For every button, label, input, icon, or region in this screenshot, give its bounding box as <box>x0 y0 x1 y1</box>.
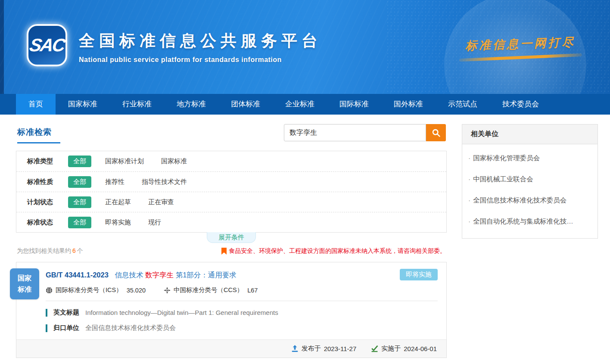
standard-title-link[interactable]: GB/T 43441.1-2023 信息技术 数字孪生 第1部分：通用要求 <box>46 271 438 280</box>
filter-option[interactable]: 国家标准 <box>161 157 187 165</box>
related-unit-link[interactable]: ·国家标准化管理委员会 <box>462 148 598 169</box>
compass-icon <box>164 287 171 294</box>
filter-row: 标准性质 全部 推荐性指导性技术文件 <box>16 171 446 192</box>
check-icon <box>371 345 378 352</box>
globe-icon <box>46 287 53 294</box>
results-meta-row: 为您找到相关结果约6个 食品安全、环境保护、工程建设方面的国家标准未纳入本系统，… <box>16 247 447 255</box>
site-title-chinese: 全国标准信息公共服务平台 <box>79 30 322 52</box>
search-input[interactable] <box>284 124 426 141</box>
bullet: · <box>468 154 470 162</box>
card-footer: 发布于 2023-11-27 实施于 2024-06-01 <box>16 339 446 358</box>
nav-item-技术委员会[interactable]: 技术委员会 <box>490 94 551 115</box>
publish-date-item: 发布于 2023-11-27 <box>291 345 357 353</box>
info-row: 英文标题 Information technology—Digital twin… <box>46 308 438 317</box>
info-row: 归口单位 全国信息技术标准化技术委员会 <box>46 324 438 332</box>
filter-option[interactable]: 现行 <box>148 218 161 227</box>
main-nav: 首页国家标准行业标准地方标准团体标准企业标准国际标准国外标准示范试点技术委员会 <box>0 94 610 115</box>
filter-all-button[interactable]: 全部 <box>68 217 91 228</box>
filter-option[interactable]: 正在起草 <box>105 198 131 206</box>
bullet: · <box>468 175 470 183</box>
filter-option[interactable]: 国家标准计划 <box>105 157 144 165</box>
site-banner: SAC 全国标准信息公共服务平台 National public service… <box>0 0 610 94</box>
left-column: 标准检索 标准类型 全部 国家标准计划国家标准 标准性质 全部 <box>16 124 447 358</box>
ics-label: 国际标准分类号（ICS） <box>56 286 122 294</box>
related-units-title: 相关单位 <box>462 124 598 144</box>
nav-item-国外标准[interactable]: 国外标准 <box>381 94 436 115</box>
nav-item-行业标准[interactable]: 行业标准 <box>110 94 164 115</box>
filter-label: 标准类型 <box>27 157 68 165</box>
filter-option[interactable]: 正在审查 <box>148 198 174 206</box>
implement-date: 2024-06-01 <box>404 345 437 352</box>
filter-label: 标准性质 <box>27 178 68 186</box>
publish-date: 2023-11-27 <box>324 345 357 352</box>
search-section: 标准检索 <box>16 124 447 151</box>
page-title: 标准检索 <box>17 127 52 138</box>
status-badge: 即将实施 <box>400 269 438 280</box>
site-title-english: National public service platform for sta… <box>79 56 322 64</box>
ccs-value: L67 <box>247 287 258 294</box>
slogan-text: 标准信息一网打尽 <box>455 34 585 54</box>
sac-logo-text: SAC <box>28 35 66 56</box>
search-box <box>284 124 446 141</box>
filter-row: 标准类型 全部 国家标准计划国家标准 <box>16 151 446 171</box>
filter-option[interactable]: 推荐性 <box>105 178 124 186</box>
banner-slogan: 标准信息一网打尽 <box>456 36 585 59</box>
card-head: GB/T 43441.1-2023 信息技术 数字孪生 第1部分：通用要求 即将… <box>16 262 446 301</box>
filter-option[interactable]: 指导性技术文件 <box>142 178 187 186</box>
bookmark-icon <box>221 248 227 255</box>
system-notice: 食品安全、环境保护、工程建设方面的国家标准未纳入本系统，请咨询相关部委。 <box>221 247 446 255</box>
nav-item-企业标准[interactable]: 企业标准 <box>273 94 327 115</box>
page-title-underline <box>17 142 60 143</box>
info-value: 全国信息技术标准化技术委员会 <box>85 324 176 332</box>
banner-titles: 全国标准信息公共服务平台 National public service pla… <box>79 30 322 64</box>
result-count-number: 6 <box>71 247 77 254</box>
filter-all-button[interactable]: 全部 <box>68 176 91 188</box>
sac-logo: SAC <box>27 24 67 66</box>
filter-all-button[interactable]: 全部 <box>68 196 91 208</box>
ccs-label: 中国标准分类号（CCS） <box>174 286 243 294</box>
related-unit-link[interactable]: ·全国自动化系统与集成标准化技… <box>462 211 598 232</box>
filter-panel: 标准类型 全部 国家标准计划国家标准 标准性质 全部 推荐性指导性技术文件 计划… <box>16 151 447 233</box>
search-button[interactable] <box>426 124 446 141</box>
main-content: 标准检索 标准类型 全部 国家标准计划国家标准 标准性质 全部 <box>0 115 610 364</box>
bullet: · <box>468 196 470 204</box>
filter-all-button[interactable]: 全部 <box>68 156 91 167</box>
bullet: · <box>468 218 470 225</box>
filter-label: 计划状态 <box>27 198 68 206</box>
filter-row: 标准状态 全部 即将实施现行 <box>16 212 446 232</box>
standard-title-part1: 信息技术 <box>115 271 143 279</box>
implement-date-item: 实施于 2024-06-01 <box>371 345 437 353</box>
result-count: 为您找到相关结果约6个 <box>17 247 83 255</box>
notice-text: 食品安全、环境保护、工程建设方面的国家标准未纳入本系统，请咨询相关部委。 <box>229 247 446 255</box>
national-standard-badge: 国家标准 <box>10 268 39 299</box>
teal-bar <box>46 324 47 332</box>
teal-bar <box>46 309 47 317</box>
filter-option[interactable]: 即将实施 <box>105 218 131 227</box>
nav-item-国家标准[interactable]: 国家标准 <box>56 94 110 115</box>
info-label: 英文标题 <box>53 308 79 317</box>
search-icon <box>432 128 441 137</box>
info-value: Information technology—Digital twin—Part… <box>85 309 278 316</box>
filter-row: 计划状态 全部 正在起草正在审查 <box>16 192 446 212</box>
nav-item-地方标准[interactable]: 地方标准 <box>164 94 218 115</box>
related-units-panel: 相关单位 ·国家标准化管理委员会 ·中国机械工业联合会 ·全国信息技术标准化技术… <box>462 124 598 239</box>
publish-icon <box>291 345 299 352</box>
classification-row: 国际标准分类号（ICS） 35.020 中国标准分类号（CCS） L67 <box>46 286 438 294</box>
card-info-rows: 英文标题 Information technology—Digital twin… <box>16 308 446 332</box>
nav-item-示范试点[interactable]: 示范试点 <box>436 94 490 115</box>
info-label: 归口单位 <box>53 324 79 332</box>
standard-title-highlight: 数字孪生 <box>145 271 174 279</box>
nav-item-国际标准[interactable]: 国际标准 <box>327 94 381 115</box>
ics-value: 35.020 <box>127 287 146 294</box>
standard-title-part2: 第1部分：通用要求 <box>176 271 237 279</box>
standard-result-card: 国家标准 GB/T 43441.1-2023 信息技术 数字孪生 第1部分：通用… <box>16 262 447 358</box>
expand-conditions-button[interactable]: 展开条件 <box>207 232 256 243</box>
related-unit-link[interactable]: ·中国机械工业联合会 <box>462 169 598 190</box>
card-divider <box>46 301 438 301</box>
standard-code: GB/T 43441.1-2023 <box>46 271 109 279</box>
nav-item-团体标准[interactable]: 团体标准 <box>218 94 273 115</box>
nav-item-首页[interactable]: 首页 <box>16 94 56 115</box>
related-units-list: ·国家标准化管理委员会 ·中国机械工业联合会 ·全国信息技术标准化技术委员会 ·… <box>462 144 598 238</box>
related-unit-link[interactable]: ·全国信息技术标准化技术委员会 <box>462 190 598 211</box>
filter-label: 标准状态 <box>27 218 68 227</box>
